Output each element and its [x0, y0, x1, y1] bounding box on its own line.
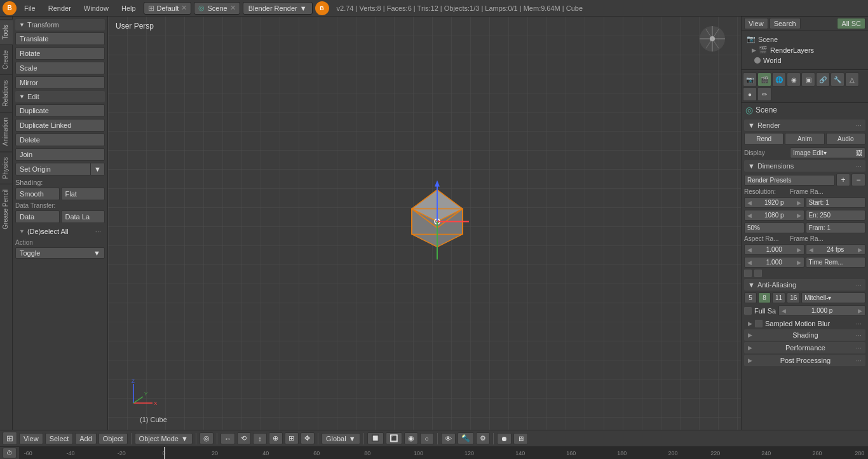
view-icon3[interactable]: ⚙ [476, 432, 490, 444]
end-field[interactable]: En: 250 [806, 210, 866, 221]
render-presets-select[interactable]: Render Presets [744, 175, 835, 186]
timeline-ruler[interactable]: -60 -40 -20 0 20 40 60 80 100 120 140 16… [20, 447, 868, 459]
pivot-btn[interactable]: ◎ [200, 432, 214, 444]
scene-tree-item[interactable]: 📷 Scene [744, 34, 865, 45]
transform-icon3[interactable]: ↕ [253, 433, 267, 444]
res-x-field[interactable]: ◀ 1920 p ▶ [744, 197, 804, 208]
render-section-header[interactable]: ▼ Render ··· [744, 120, 865, 131]
post-processing-section[interactable]: ▶ Post Processing ··· [744, 355, 865, 366]
snap2-btn[interactable]: 🔳 [386, 432, 402, 444]
join-button[interactable]: Join [15, 148, 105, 161]
asp-x-field[interactable]: ◀ 1.000 ▶ [744, 244, 804, 255]
start-field[interactable]: Start: 1 [806, 197, 866, 208]
image-edit-btn[interactable]: Image Edit▾ 🖼 [790, 147, 865, 158]
performance-section[interactable]: ▶ Performance ··· [744, 342, 865, 353]
snap-btn[interactable]: 🔲 [367, 432, 384, 444]
full-sa-val[interactable]: ◀ 1.000 p ▶ [778, 305, 865, 316]
select-menu-btn[interactable]: Select [45, 433, 74, 444]
prop-icon-constraints[interactable]: 🔗 [816, 72, 830, 86]
blender-logo[interactable]: B [3, 1, 17, 15]
prop-icon-pencil[interactable]: ✏ [757, 87, 771, 101]
delete-button[interactable]: Delete [15, 134, 105, 146]
render-layers-item[interactable]: ▶ 🎬 RenderLayers [744, 45, 865, 55]
smooth-button[interactable]: Smooth [15, 188, 60, 200]
checkbox2[interactable] [754, 270, 762, 277]
aa-section-header[interactable]: ▼ Anti-Aliasing ··· [744, 279, 865, 291]
menu-help[interactable]: Help [116, 3, 141, 13]
translate-button[interactable]: Translate [15, 32, 105, 45]
world-item[interactable]: World [744, 55, 865, 65]
prop-icon-scene[interactable]: 🌐 [772, 72, 786, 86]
scale-button[interactable]: Scale [15, 62, 105, 74]
transform-icon4[interactable]: ⊕ [269, 432, 283, 444]
proportional2-btn[interactable]: ○ [420, 433, 434, 444]
viewport-icon-btn[interactable]: ⊞ [3, 432, 17, 445]
mirror-button[interactable]: Mirror [15, 76, 105, 89]
transform-icon2[interactable]: ⟲ [237, 432, 251, 444]
all-sc-btn[interactable]: All SC [837, 18, 865, 29]
prop-icon-modifiers[interactable]: 🔧 [831, 72, 844, 86]
tab-grease-pencil[interactable]: Grease Pencil [0, 184, 13, 235]
layout-selector[interactable]: ⊞ Default ✕ [144, 2, 192, 15]
audio-tab[interactable]: Audio [826, 133, 865, 145]
object-menu-btn[interactable]: Object [98, 433, 128, 444]
percent-field[interactable]: 50% [744, 223, 804, 233]
time-rem-field[interactable]: Time Rem... [806, 257, 866, 268]
tab-relations[interactable]: Relations [0, 74, 13, 112]
data-la-button[interactable]: Data La [61, 210, 105, 223]
prop-icon-materials[interactable]: ● [743, 87, 757, 101]
scene-close[interactable]: ✕ [230, 4, 236, 12]
global-select[interactable]: Global ▼ [322, 433, 360, 444]
data-button[interactable]: Data [15, 210, 60, 223]
duplicate-button[interactable]: Duplicate [15, 104, 105, 117]
aa-5-btn[interactable]: 5 [744, 292, 757, 303]
edit-section-header[interactable]: ▼ Edit [15, 91, 105, 102]
transform-icon5[interactable]: ⊞ [285, 432, 299, 444]
layout-close[interactable]: ✕ [181, 4, 187, 12]
tab-physics[interactable]: Physics [0, 151, 13, 184]
transform-icon1[interactable]: ↔ [220, 433, 235, 444]
res-y-field[interactable]: ◀ 1080 p ▶ [744, 210, 804, 221]
asp-y-field[interactable]: ◀ 1.000 ▶ [744, 257, 804, 268]
view-icon2[interactable]: 🔦 [458, 432, 474, 444]
checkbox1[interactable] [744, 270, 752, 277]
prop-icon-world[interactable]: ◉ [787, 72, 801, 86]
anim-tab[interactable]: Anim [785, 133, 824, 145]
prop-icon-render[interactable]: 🎬 [757, 72, 771, 86]
menu-window[interactable]: Window [79, 3, 114, 13]
timeline-icon[interactable]: ⏱ [3, 448, 17, 458]
prop-icon-camera[interactable]: 📷 [743, 72, 757, 86]
aa-16-btn[interactable]: 16 [787, 292, 800, 303]
scene-selector[interactable]: ◎ Scene ✕ [194, 2, 240, 15]
aa-8-btn[interactable]: 8 [758, 292, 771, 303]
render-engine-selector[interactable]: Blender Render ▼ [243, 2, 313, 15]
object-mode-select[interactable]: Object Mode ▼ [135, 433, 193, 444]
record-btn[interactable]: ⏺ [497, 433, 512, 444]
set-origin-arrow[interactable]: ▼ [91, 163, 105, 175]
add-menu-btn[interactable]: Add [75, 433, 97, 444]
fram-field[interactable]: Fram: 1 [806, 223, 866, 233]
prop-icon-data[interactable]: △ [845, 72, 859, 86]
rend-tab[interactable]: Rend [744, 133, 783, 145]
duplicate-linked-button[interactable]: Duplicate Linked [15, 119, 105, 132]
full-sa-checkbox[interactable] [744, 307, 752, 315]
transform-section-header[interactable]: ▼ Transform [15, 19, 105, 31]
view-menu-btn[interactable]: View [19, 433, 43, 444]
menu-file[interactable]: File [19, 3, 41, 13]
tab-create[interactable]: Create [0, 45, 13, 74]
screen-btn[interactable]: 🖥 [513, 433, 528, 444]
action-select[interactable]: Toggle ▼ [15, 247, 105, 259]
proportional-btn[interactable]: ◉ [404, 432, 418, 444]
preset-add-btn[interactable]: + [836, 174, 850, 186]
tab-tools[interactable]: Tools [0, 19, 13, 45]
prop-icon-object[interactable]: ▣ [801, 72, 815, 86]
view-tab-btn[interactable]: View [744, 18, 768, 29]
tab-animation[interactable]: Animation [0, 112, 13, 151]
menu-render[interactable]: Render [43, 3, 76, 13]
fps-field[interactable]: ◀ 24 fps ▶ [806, 244, 866, 255]
shading-section[interactable]: ▶ Shading ··· [744, 329, 865, 341]
preset-remove-btn[interactable]: − [851, 174, 865, 186]
flat-button[interactable]: Flat [61, 188, 105, 200]
aa-11-btn[interactable]: 11 [772, 292, 785, 303]
set-origin-button[interactable]: Set Origin [15, 163, 91, 175]
